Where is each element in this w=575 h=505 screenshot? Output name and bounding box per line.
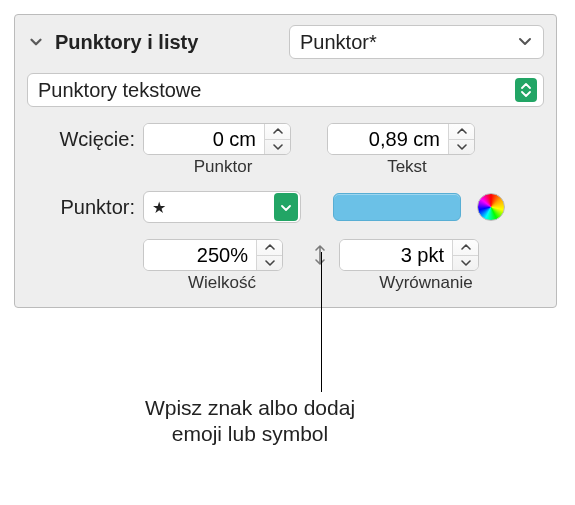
callout-leader-line: [321, 252, 322, 308]
chevron-down-icon: [517, 31, 533, 54]
size-stepper[interactable]: [143, 239, 283, 271]
stepper-down-button[interactable]: [257, 255, 282, 271]
bullet-color-swatch[interactable]: [333, 193, 461, 221]
list-style-dropdown[interactable]: Punktor*: [289, 25, 544, 59]
indent-row: Wcięcie:: [27, 123, 544, 155]
stepper-up-button[interactable]: [453, 240, 478, 255]
up-down-chevron-icon: [515, 78, 537, 102]
align-sublabel: Wyrównanie: [347, 273, 505, 293]
bullet-type-dropdown[interactable]: Punktory tekstowe: [27, 73, 544, 107]
bullet-symbol-field[interactable]: ★: [143, 191, 301, 223]
section-header: Punktory i listy Punktor*: [27, 25, 544, 59]
text-indent-stepper[interactable]: [327, 123, 475, 155]
stepper-up-button[interactable]: [265, 124, 290, 139]
text-indent-sublabel: Tekst: [327, 157, 487, 177]
section-title: Punktory i listy: [55, 31, 198, 54]
indent-label: Wcięcie:: [27, 128, 135, 151]
size-row: [27, 239, 544, 271]
bullet-symbol-menu-button[interactable]: [274, 193, 298, 221]
vertical-align-icon: [309, 244, 331, 266]
list-style-value: Punktor*: [300, 31, 377, 54]
size-sublabels: Wielkość Wyrównanie: [27, 273, 544, 293]
bullets-lists-panel: Punktory i listy Punktor* Punktory tekst…: [14, 14, 557, 308]
indent-sublabels: Punktor Tekst: [27, 157, 544, 177]
stepper-down-button[interactable]: [265, 139, 290, 155]
size-sublabel: Wielkość: [143, 273, 301, 293]
bullet-indent-sublabel: Punktor: [143, 157, 303, 177]
stepper-down-button[interactable]: [449, 139, 474, 155]
bullet-indent-input[interactable]: [144, 124, 264, 154]
stepper-buttons: [256, 240, 282, 270]
stepper-buttons: [264, 124, 290, 154]
stepper-up-button[interactable]: [449, 124, 474, 139]
stepper-up-button[interactable]: [257, 240, 282, 255]
size-input[interactable]: [144, 240, 256, 270]
bullet-row: Punktor: ★: [27, 191, 544, 223]
disclosure-chevron-icon[interactable]: [27, 33, 45, 51]
stepper-down-button[interactable]: [453, 255, 478, 271]
text-indent-input[interactable]: [328, 124, 448, 154]
bullet-type-value: Punktory tekstowe: [38, 79, 201, 102]
stepper-buttons: [448, 124, 474, 154]
bullet-label: Punktor:: [27, 196, 135, 219]
color-wheel-icon[interactable]: [477, 193, 505, 221]
align-input[interactable]: [340, 240, 452, 270]
align-stepper[interactable]: [339, 239, 479, 271]
bullet-indent-stepper[interactable]: [143, 123, 291, 155]
stepper-buttons: [452, 240, 478, 270]
bullet-symbol: ★: [152, 198, 166, 217]
